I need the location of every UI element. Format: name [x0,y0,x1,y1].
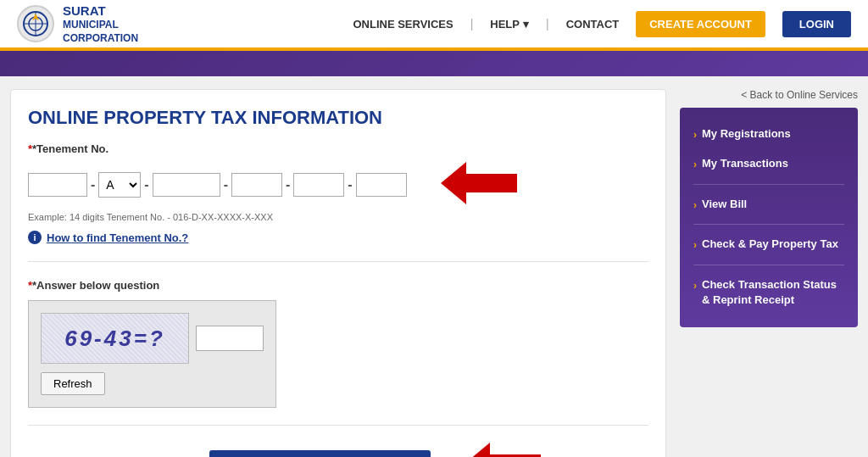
action-row: ↻ CLEAR 🔍 GET PENDING TAX AMOUNT [28,443,648,457]
header: SURAT MUNICIPAL CORPORATION ONLINE SERVI… [0,0,868,51]
sidebar: < Back to Online Services › My Registrat… [680,89,858,457]
captcha-input[interactable] [196,326,264,351]
tenement-field-2[interactable] [153,173,220,197]
tenement-label: **Tenement No. [28,142,648,155]
tenement-field-5[interactable] [356,173,407,197]
nav-links: ONLINE SERVICES | HELP ▾ | CONTACT CREAT… [353,11,851,37]
nav-help[interactable]: HELP ▾ [490,18,529,31]
tenement-example: Example: 14 digits Tenement No. - 016-D-… [28,212,648,222]
nav-online-services[interactable]: ONLINE SERVICES [353,18,453,31]
nav-contact[interactable]: CONTACT [566,18,620,31]
sidebar-item-check-transaction[interactable]: › Check Transaction Status & Reprint Rec… [680,270,858,315]
tenement-help-link[interactable]: How to find Tenement No.? [47,231,188,244]
captcha-inner: 69-43=? [41,313,264,364]
logo-icon [17,5,54,42]
content-area: ONLINE PROPERTY TAX INFORMATION **Teneme… [10,89,666,457]
tenement-field-3[interactable] [231,173,282,197]
tenement-dash-4: - [286,177,290,192]
main-container: ONLINE PROPERTY TAX INFORMATION **Teneme… [2,89,866,457]
chevron-right-icon-4: › [693,238,697,253]
captcha-section: **Answer below question 69-43=? Refresh [28,279,648,426]
chevron-right-icon-3: › [693,198,697,213]
tenement-dash-3: - [224,177,228,192]
logo-text: SURAT MUNICIPAL CORPORATION [63,3,138,46]
tenement-dash-2: - [144,177,148,192]
page-title: ONLINE PROPERTY TAX INFORMATION [28,107,382,129]
nav-separator-2: | [546,17,549,31]
tenement-arrow-indicator [441,162,517,207]
sidebar-item-check-pay[interactable]: › Check & Pay Property Tax [680,230,858,259]
chevron-right-icon-5: › [693,279,697,293]
sidebar-divider-3 [693,265,844,265]
info-icon: i [28,231,42,244]
tenement-help-row: i How to find Tenement No.? [28,231,648,244]
tenement-field-4[interactable] [293,173,344,197]
logo-area: SURAT MUNICIPAL CORPORATION [17,3,138,46]
tenement-field-1[interactable] [28,173,87,197]
create-account-button[interactable]: CREATE ACCOUNT [636,11,765,37]
tenement-dash-1: - [91,177,95,192]
captcha-container: 69-43=? Refresh [28,300,276,408]
nav-separator-1: | [470,17,474,31]
refresh-button[interactable]: Refresh [41,372,105,395]
chevron-right-icon-1: › [693,128,697,142]
sidebar-item-view-bill[interactable]: › View Bill [680,190,858,220]
tenement-section: **Tenement No. - A B C D - - - [28,142,648,262]
tenement-dash-5: - [348,177,352,192]
chevron-down-icon: ▾ [523,18,529,31]
sidebar-item-my-registrations[interactable]: › My Registrations [680,120,858,149]
sidebar-divider-2 [693,224,844,225]
captcha-image: 69-43=? [41,313,189,364]
sidebar-divider-1 [693,184,844,185]
sidebar-menu: › My Registrations › My Transactions › V… [680,108,858,327]
tenement-input-row: - A B C D - - - - [28,172,407,198]
purple-banner [0,51,868,76]
login-button[interactable]: LOGIN [782,11,851,37]
chevron-right-icon-2: › [693,158,697,172]
captcha-label: **Answer below question [28,279,648,292]
get-tax-button[interactable]: 🔍 GET PENDING TAX AMOUNT [209,450,431,458]
sidebar-item-my-transactions[interactable]: › My Transactions [680,149,858,179]
sidebar-back-link[interactable]: < Back to Online Services [680,89,858,101]
tenement-select[interactable]: A B C D [98,172,141,198]
get-tax-arrow-indicator [465,443,541,457]
